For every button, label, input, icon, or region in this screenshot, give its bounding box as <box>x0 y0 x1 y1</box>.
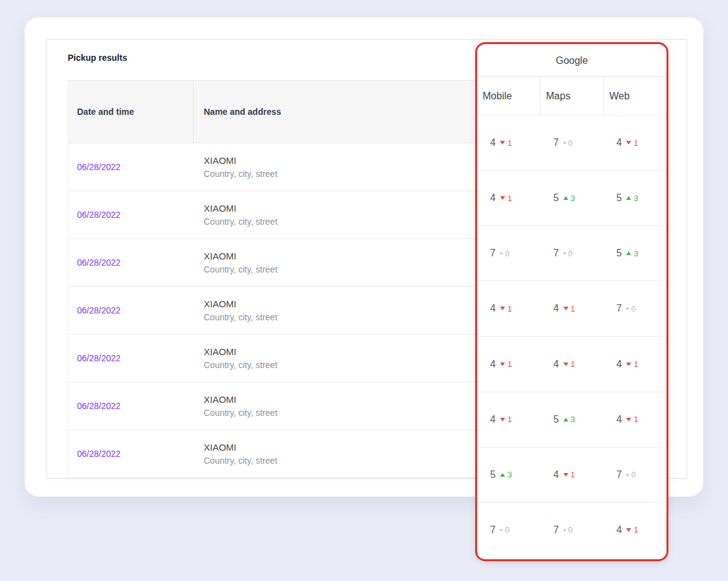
rank-delta: 3 <box>571 415 575 424</box>
rank-cell: 70 <box>603 448 667 502</box>
google-value-row: 707053 <box>477 226 667 281</box>
trend-up-icon <box>563 418 568 421</box>
rank-delta: 1 <box>507 304 512 313</box>
trend-flat-icon <box>500 252 503 254</box>
rank-value: 4 <box>616 414 622 425</box>
rank-cell: 41 <box>540 281 604 336</box>
rank-cell: 53 <box>603 171 667 225</box>
trend-down-icon <box>626 528 631 532</box>
rank-value: 7 <box>490 525 496 536</box>
card-title: Pickup results <box>68 53 127 63</box>
trend-down-icon <box>500 307 505 310</box>
date-cell: 06/28/2022 <box>68 287 194 334</box>
trend-down-icon <box>563 473 568 477</box>
rank-value: 7 <box>553 137 559 148</box>
rank-delta: 1 <box>571 304 575 313</box>
trend-down-icon <box>563 363 568 366</box>
trend-up-icon <box>563 196 568 200</box>
rank-cell: 41 <box>603 503 667 557</box>
rank-value: 5 <box>553 192 559 204</box>
rank-cell: 41 <box>540 448 604 502</box>
rank-value: 4 <box>553 359 559 370</box>
rank-value: 4 <box>490 137 496 148</box>
rank-delta: 0 <box>568 138 573 148</box>
date-link[interactable]: 06/28/2022 <box>77 353 121 363</box>
rank-cell: 41 <box>477 115 540 170</box>
rank-cell: 41 <box>477 392 540 447</box>
date-link[interactable]: 06/28/2022 <box>77 449 121 459</box>
google-column-header-web: Web <box>603 77 667 115</box>
rank-cell: 70 <box>477 226 540 281</box>
rank-value: 4 <box>616 525 622 536</box>
rank-cell: 41 <box>540 337 604 392</box>
rank-value: 4 <box>490 303 496 314</box>
google-column-header-mobile: Mobile <box>477 77 540 115</box>
date-link[interactable]: 06/28/2022 <box>77 210 121 220</box>
rank-delta: 0 <box>568 525 573 534</box>
rank-cell: 41 <box>477 281 540 336</box>
date-cell: 06/28/2022 <box>68 335 194 382</box>
rank-delta: 1 <box>571 359 575 369</box>
rank-cell: 70 <box>477 503 540 557</box>
trend-up-icon <box>626 251 631 255</box>
trend-up-icon <box>500 473 505 477</box>
date-cell: 06/28/2022 <box>68 430 194 477</box>
google-value-row: 417041 <box>477 115 667 171</box>
rank-delta: 1 <box>634 138 638 148</box>
date-link[interactable]: 06/28/2022 <box>77 162 121 172</box>
rank-value: 4 <box>553 469 559 480</box>
rank-cell: 41 <box>477 171 540 225</box>
rank-delta: 3 <box>634 194 638 203</box>
trend-flat-icon <box>563 529 566 531</box>
rank-value: 7 <box>616 469 622 480</box>
date-link[interactable]: 06/28/2022 <box>77 258 121 268</box>
rank-delta: 0 <box>631 304 635 313</box>
trend-flat-icon <box>626 307 629 310</box>
trend-down-icon <box>500 141 505 145</box>
rank-value: 5 <box>616 248 622 259</box>
rank-value: 4 <box>616 359 622 370</box>
rank-delta: 3 <box>507 470 512 479</box>
rank-value: 7 <box>553 248 559 259</box>
google-panel-title: Google <box>477 44 667 77</box>
rank-value: 4 <box>490 359 496 370</box>
trend-down-icon <box>626 418 631 421</box>
date-link[interactable]: 06/28/2022 <box>77 305 121 315</box>
rank-cell: 41 <box>477 337 540 392</box>
rank-delta: 1 <box>507 138 512 148</box>
rank-value: 5 <box>616 192 622 204</box>
rank-delta: 0 <box>631 470 635 479</box>
rank-delta: 0 <box>568 249 573 258</box>
rank-cell: 53 <box>540 171 604 225</box>
trend-flat-icon <box>500 529 503 531</box>
rank-delta: 0 <box>505 249 509 258</box>
trend-down-icon <box>500 418 505 421</box>
rank-cell: 70 <box>540 226 604 281</box>
rank-delta: 3 <box>571 194 575 203</box>
google-value-row: 415353 <box>477 171 667 226</box>
google-value-row: 415341 <box>477 392 667 448</box>
column-header-date: Date and time <box>68 81 194 143</box>
google-value-row: 707041 <box>477 503 667 557</box>
trend-down-icon <box>500 363 505 366</box>
date-link[interactable]: 06/28/2022 <box>77 401 121 411</box>
trend-up-icon <box>626 196 631 200</box>
rank-value: 4 <box>553 303 559 314</box>
trend-flat-icon <box>626 474 629 476</box>
rank-delta: 0 <box>505 525 509 534</box>
rank-value: 5 <box>553 414 559 425</box>
google-value-row: 534170 <box>477 448 667 503</box>
rank-delta: 1 <box>507 359 512 369</box>
rank-cell: 70 <box>603 281 667 336</box>
google-panel-body: 4170414153537070534141704141414153415341… <box>477 115 667 557</box>
trend-down-icon <box>563 307 568 310</box>
rank-value: 4 <box>490 414 496 425</box>
google-value-row: 414170 <box>477 281 667 336</box>
rank-value: 5 <box>490 469 496 480</box>
date-cell: 06/28/2022 <box>68 191 194 238</box>
rank-value: 7 <box>616 303 622 314</box>
rank-value: 7 <box>553 525 559 536</box>
date-cell: 06/28/2022 <box>68 239 194 286</box>
rank-delta: 1 <box>634 525 638 534</box>
rank-value: 7 <box>490 248 496 259</box>
